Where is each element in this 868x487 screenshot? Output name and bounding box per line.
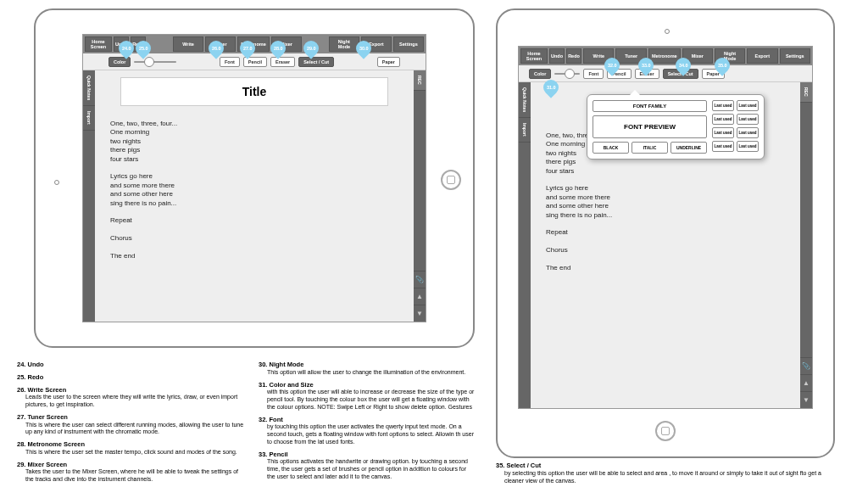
last-used-button[interactable]: Last used [737, 141, 759, 152]
rec-tab[interactable]: REC [414, 70, 426, 91]
title-field[interactable]: Title [120, 77, 388, 106]
eraser-button[interactable]: Eraser [270, 57, 295, 67]
last-used-button[interactable]: Last used [712, 114, 734, 125]
quick-notes-tab[interactable]: Quick Notes [519, 82, 531, 118]
sidebar-right: REC 📎 ▲ ▼ [414, 70, 426, 322]
camera-icon [54, 180, 59, 185]
up-arrow-icon[interactable]: ▲ [414, 288, 426, 305]
clip-icon[interactable]: 📎 [800, 357, 812, 374]
screen: Home Screen Undo Redo Write Tuner Metron… [82, 34, 426, 322]
tablet-portrait: Home Screen Undo Redo Write Tuner Metron… [496, 8, 835, 458]
sub-toolbar: Color Font Pencil Eraser Select / Cut Pa… [519, 65, 812, 82]
last-used-button[interactable]: Last used [737, 100, 759, 111]
sidebar-left: Quick Notes Import [519, 82, 531, 408]
home-screen-button[interactable]: Home Screen [520, 48, 548, 64]
last-used-button[interactable]: Last used [737, 127, 759, 138]
home-button[interactable] [655, 421, 676, 441]
write-button[interactable]: Write [173, 36, 203, 52]
font-button[interactable]: Font [220, 57, 240, 67]
underline-button[interactable]: UNDERLINE [670, 142, 707, 154]
canvas[interactable]: Title One, two, three, four... One morni… [95, 70, 414, 322]
redo-button[interactable]: Redo [566, 48, 581, 64]
screen: Home Screen Undo Redo Write Tuner Metron… [518, 46, 813, 409]
description-column-1: 24. Undo 25. Redo 26. Write ScreenLeads … [17, 361, 246, 487]
home-button[interactable] [441, 170, 461, 190]
font-family-box[interactable]: FONT FAMILY [593, 100, 707, 112]
down-arrow-icon[interactable]: ▼ [800, 391, 812, 408]
rec-tab[interactable]: REC [800, 82, 812, 103]
color-button[interactable]: Color [529, 69, 551, 79]
description-column-2: 30. Night ModeThis option will allow the… [259, 361, 475, 485]
import-tab[interactable]: Import [519, 118, 531, 143]
sidebar-right: REC 📎 ▲ ▼ [800, 82, 812, 408]
sidebar-left: Quick Notes Import [83, 70, 95, 322]
sub-toolbar: Color Font Pencil Eraser Select / Cut Pa… [83, 53, 426, 70]
quick-notes-tab[interactable]: Quick Notes [83, 70, 95, 106]
clip-icon[interactable]: 📎 [414, 271, 426, 288]
black-button[interactable]: BLACK [593, 142, 629, 154]
down-arrow-icon[interactable]: ▼ [414, 305, 426, 322]
camera-icon [665, 29, 670, 34]
select-cut-button[interactable]: Select / Cut [298, 57, 334, 67]
font-button[interactable]: Font [583, 69, 604, 79]
last-used-button[interactable]: Last used [712, 127, 734, 138]
font-preview-box: FONT PREVIEW [593, 115, 707, 138]
lyrics-text[interactable]: One, two, three, four... One morning two… [105, 120, 403, 260]
last-used-button[interactable]: Last used [712, 100, 734, 111]
description-column-3: 35. Select / Cutby selecting this option… [496, 462, 826, 487]
last-used-button[interactable]: Last used [737, 114, 759, 125]
undo-button[interactable]: Undo [549, 48, 565, 64]
tablet-landscape: Home Screen Undo Redo Write Tuner Metron… [34, 8, 475, 348]
italic-button[interactable]: ITALIC [632, 142, 668, 154]
up-arrow-icon[interactable]: ▲ [800, 374, 812, 391]
home-screen-button[interactable]: Home Screen [85, 36, 112, 52]
export-button[interactable]: Export [747, 48, 777, 64]
import-tab[interactable]: Import [83, 106, 95, 131]
size-slider[interactable] [134, 59, 176, 65]
font-popup: FONT FAMILY FONT PREVIEW BLACK ITALIC UN… [587, 94, 765, 160]
size-slider[interactable] [554, 70, 580, 77]
top-toolbar: Home Screen Undo Redo Write Tuner Metron… [519, 47, 812, 65]
settings-button[interactable]: Settings [393, 36, 424, 52]
last-used-button[interactable]: Last used [712, 141, 734, 152]
settings-button[interactable]: Settings [780, 48, 810, 64]
paper-button[interactable]: Paper [377, 57, 400, 67]
night-mode-button[interactable]: Night Mode [329, 36, 359, 52]
